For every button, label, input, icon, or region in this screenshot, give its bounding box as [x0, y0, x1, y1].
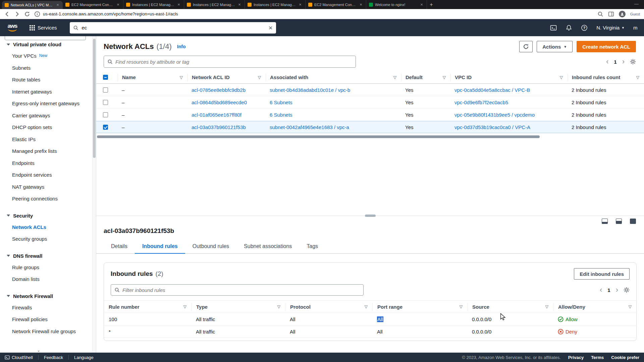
panel-position-side-icon[interactable]	[616, 219, 622, 224]
rules-filter-input[interactable]	[122, 287, 360, 293]
cell-link[interactable]: vpc-0d37d53b19cac0ca0 / VPC-A	[454, 124, 530, 130]
notifications-bell-icon[interactable]	[566, 24, 572, 31]
browser-tab[interactable]: Network ACLs | VPC Manage...×	[2, 1, 63, 9]
sidebar-item-route-tables[interactable]: Route tables	[7, 74, 87, 86]
tab-close-icon[interactable]: ×	[55, 3, 60, 7]
sidebar-item-firewall-policies[interactable]: Firewall policies	[7, 313, 87, 325]
cell-link[interactable]: acl-03a037b960121f53b	[192, 124, 246, 130]
horizontal-scrollbar-thumb[interactable]	[97, 135, 540, 138]
tab-details[interactable]: Details	[104, 240, 135, 254]
sidebar-item-network-firewall-rule-groups[interactable]: Network Firewall rule groups	[7, 325, 87, 338]
side-panel-icon[interactable]	[608, 11, 614, 17]
tab-close-icon[interactable]: ×	[116, 2, 120, 7]
settings-gear-icon[interactable]	[624, 287, 630, 293]
browser-tab[interactable]: EC2 Management Console×	[63, 0, 123, 9]
rules-column-header[interactable]: Rule number▽	[104, 303, 191, 311]
sidebar-item-endpoint-services[interactable]: Endpoint services	[7, 169, 87, 181]
column-header-3[interactable]: Associated with▽	[266, 73, 401, 81]
tab-close-icon[interactable]: ×	[176, 2, 181, 7]
column-header-1[interactable]: Name▽	[118, 73, 187, 81]
tab-tags[interactable]: Tags	[299, 240, 325, 254]
omnibox[interactable]: us-east-1.console.aws.amazon.com/vpc/hom…	[34, 11, 593, 17]
account-menu[interactable]: m	[633, 25, 639, 31]
sort-caret-icon[interactable]: ▽	[545, 304, 548, 309]
refresh-button[interactable]	[519, 41, 533, 52]
help-icon[interactable]: ?	[581, 24, 588, 31]
browser-tab[interactable]: Instances | EC2 Management Co...×	[245, 0, 306, 9]
rule-row[interactable]: 100All trafficAllAll0.0.0.0/0Allow	[104, 313, 636, 325]
tab-inbound-rules[interactable]: Inbound rules	[135, 240, 185, 254]
sidebar-item-managed-prefix-lists[interactable]: Managed prefix lists	[7, 145, 87, 157]
profile-avatar[interactable]	[619, 11, 626, 17]
prev-page-icon[interactable]: ‹	[600, 287, 602, 293]
sidebar-item-security-groups[interactable]: Security groups	[7, 233, 87, 245]
minimize-icon[interactable]: —	[634, 0, 639, 9]
terms-link[interactable]: Terms	[591, 355, 604, 360]
sidebar-item-nat-gateways[interactable]: NAT gateways	[7, 181, 87, 193]
sort-caret-icon[interactable]: ▽	[629, 304, 632, 309]
edit-inbound-rules-button[interactable]: Edit inbound rules	[574, 268, 630, 280]
panel-position-bottom-icon[interactable]	[602, 219, 608, 224]
sidebar-scrollbar[interactable]	[92, 36, 96, 353]
reload-icon[interactable]	[24, 11, 30, 17]
sidebar-item-elastic-ips[interactable]: Elastic IPs	[7, 133, 87, 145]
sort-caret-icon[interactable]: ▽	[183, 304, 186, 309]
row-checkbox[interactable]	[103, 125, 108, 130]
settings-gear-icon[interactable]	[630, 59, 636, 65]
sort-caret-icon[interactable]: ▽	[636, 75, 639, 80]
sidebar-item-egress-only-internet-gateways[interactable]: Egress-only internet gateways	[7, 98, 87, 110]
browser-tab[interactable]: EC2 Management Console×	[306, 0, 366, 9]
rules-filter-box[interactable]	[111, 284, 364, 296]
row-checkbox[interactable]	[103, 100, 108, 105]
cell-link[interactable]: subnet-0042af4965e4e1683 / vpc-a	[270, 124, 349, 130]
split-panel-drag-handle[interactable]	[365, 215, 376, 217]
sidebar-item-network-acls[interactable]: Network ACLs	[7, 221, 87, 233]
column-header-6[interactable]: Inbound rules count▽	[568, 73, 644, 81]
create-network-acl-button[interactable]: Create network ACL	[577, 41, 636, 52]
sort-caret-icon[interactable]: ▽	[180, 75, 183, 80]
cell-link[interactable]: vpc-0d9e6fb7f2ec0acb5	[454, 100, 508, 105]
sidebar-item-internet-gateways[interactable]: Internet gateways	[7, 86, 87, 98]
site-info-icon[interactable]	[34, 11, 40, 17]
cell-link[interactable]: 6 Subnets	[270, 112, 292, 118]
cookie-preferences-link[interactable]: Cookie prefer	[611, 355, 639, 360]
sidebar-section-header[interactable]: Security	[7, 213, 87, 219]
services-menu[interactable]: Services	[26, 25, 60, 31]
column-header-5[interactable]: VPC ID▽	[450, 73, 568, 81]
browser-tab[interactable]: Instances | EC2 Management Co...×	[123, 0, 184, 9]
panel-expand-icon[interactable]	[630, 219, 636, 224]
sort-caret-icon[interactable]: ▽	[393, 75, 396, 80]
sort-caret-icon[interactable]: ▽	[365, 304, 368, 309]
tab-subnet-associations[interactable]: Subnet associations	[236, 240, 299, 254]
sidebar-item-carrier-gateways[interactable]: Carrier gateways	[7, 110, 87, 122]
clear-search-icon[interactable]: ×	[269, 25, 273, 31]
cell-link[interactable]: vpc-05e9b80f1431b9ee5 / vpcdemo	[454, 112, 535, 118]
cell-link[interactable]: 6 Subnets	[270, 100, 292, 105]
tab-close-icon[interactable]: ×	[237, 2, 242, 7]
forward-icon[interactable]	[14, 11, 20, 17]
cell-link[interactable]: subnet-0b4d36adabd10c01e / vpc-b	[270, 87, 350, 93]
sidebar-item-dhcp-option-sets[interactable]: DHCP option sets	[7, 121, 87, 133]
console-search-input[interactable]	[82, 25, 265, 31]
cell-link[interactable]: acl-01af065ee167ff80f	[192, 112, 241, 118]
tab-outbound-rules[interactable]: Outbound rules	[185, 240, 236, 254]
aws-logo[interactable]: aws	[5, 24, 19, 32]
sort-caret-icon[interactable]: ▽	[443, 75, 446, 80]
cloudshell-icon[interactable]	[550, 24, 557, 31]
acl-search-box[interactable]	[104, 56, 356, 68]
sort-caret-icon[interactable]: ▽	[277, 304, 280, 309]
rules-column-header[interactable]: Type▽	[191, 303, 285, 311]
table-row[interactable]: –acl-0785ee8ebbfc9db2bsubnet-0b4d36adabd…	[96, 84, 644, 96]
cell-link[interactable]: vpc-0ca5dd04e5a8ccbac / VPC-B	[454, 87, 530, 93]
cell-link[interactable]: acl-0785ee8ebbfc9db2b	[192, 87, 246, 93]
new-tab-button[interactable]: +	[427, 0, 436, 9]
acl-search-input[interactable]	[115, 59, 352, 65]
sidebar-item-firewalls[interactable]: Firewalls	[7, 302, 87, 314]
sidebar-section-header[interactable]: DNS firewall	[7, 253, 87, 259]
sidebar-scrollbar-thumb[interactable]	[93, 39, 96, 158]
column-header-2[interactable]: Network ACL ID▽	[187, 73, 266, 81]
back-icon[interactable]	[4, 11, 10, 17]
console-search[interactable]: ×	[70, 22, 276, 34]
rules-column-header[interactable]: Port range▽	[372, 303, 467, 311]
tab-close-icon[interactable]: ×	[359, 2, 363, 7]
